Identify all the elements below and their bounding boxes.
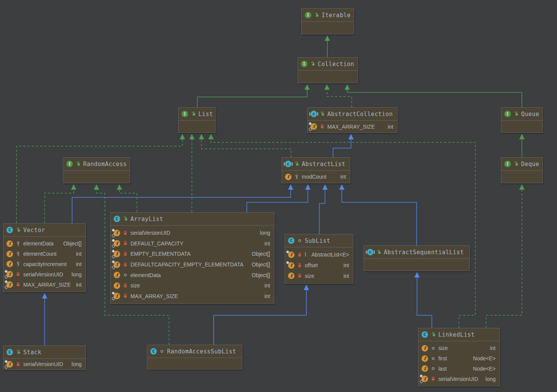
- node-title-bar[interactable]: IDeque: [501, 158, 543, 171]
- field-row-first[interactable]: ffirstNode<E>: [419, 355, 499, 362]
- field-icon: f: [288, 273, 295, 279]
- field-row-size[interactable]: fsizeint: [111, 282, 274, 289]
- field-icon: f: [6, 240, 13, 247]
- field-name: size: [438, 345, 448, 351]
- class-name: SubList: [305, 237, 330, 244]
- class-node-collection[interactable]: ICollection: [298, 57, 358, 83]
- private-lock-icon: [123, 252, 128, 256]
- node-title-bar[interactable]: CVector: [3, 224, 85, 237]
- node-title-bar[interactable]: cAbstractSequentialList: [364, 246, 470, 259]
- node-title-bar[interactable]: cAbstractCollection: [307, 108, 397, 121]
- abstract-class-icon: c: [285, 161, 291, 167]
- class-node-abstractsequentiallist[interactable]: cAbstractSequentialList: [364, 245, 470, 271]
- field-row-DEFAULT_CAPACITY[interactable]: fDEFAULT_CAPACITYint: [111, 240, 274, 247]
- edge-abstractcollection-to-collection: [327, 85, 352, 107]
- final-field-icon: f: [288, 252, 295, 258]
- node-title-bar[interactable]: IRandomAccess: [63, 158, 130, 171]
- field-name: DEFAULTCAPACITY_EMPTY_ELEMENTDATA: [130, 261, 243, 268]
- field-icon: f: [422, 345, 428, 352]
- node-fields-section: [501, 171, 543, 183]
- field-type: int: [317, 273, 349, 279]
- field-row-serialVersionUID[interactable]: fserialVersionUIDlong: [3, 271, 85, 277]
- class-node-abstractlist[interactable]: cAbstractListfmodCountint: [282, 157, 350, 183]
- field-row-MAX_ARRAY_SIZE[interactable]: fMAX_ARRAY_SIZEint: [111, 293, 274, 299]
- node-title-bar[interactable]: CRandomAccessSubList: [147, 345, 242, 358]
- field-row-serialVersionUID[interactable]: fserialVersionUIDlong: [419, 376, 499, 382]
- field-row-offset[interactable]: foffsetint: [285, 262, 353, 269]
- field-name: size: [305, 273, 314, 279]
- private-lock-icon: [297, 252, 302, 257]
- edge-linkedlist-to-abstractsequentiallist: [417, 273, 432, 328]
- field-row-EMPTY_ELEMENTDATA[interactable]: fEMPTY_ELEMENTDATAObject[]: [111, 251, 274, 257]
- class-node-queue[interactable]: IQueue: [501, 107, 543, 133]
- class-node-sublist[interactable]: CSubListflAbstractList<E>foffsetintfsize…: [285, 234, 353, 284]
- node-title-bar[interactable]: CStack: [3, 346, 85, 359]
- field-row-MAX_ARRAY_SIZE[interactable]: fMAX_ARRAY_SIZEint: [3, 281, 85, 288]
- field-name: elementData: [130, 272, 161, 278]
- interface-icon: I: [301, 61, 307, 67]
- field-row-MAX_ARRAY_SIZE[interactable]: fMAX_ARRAY_SIZEint: [307, 123, 397, 130]
- package-private-icon: [159, 349, 164, 354]
- interface-icon: I: [182, 111, 188, 117]
- field-row-serialVersionUID[interactable]: fserialVersionUIDlong: [111, 230, 274, 236]
- field-name: DEFAULT_CAPACITY: [130, 240, 184, 247]
- node-title-bar[interactable]: cAbstractList: [282, 158, 350, 171]
- class-node-vector[interactable]: CVectorfelementDataObject[]felementCount…: [3, 223, 86, 292]
- field-row-serialVersionUID[interactable]: fserialVersionUIDlong: [3, 361, 85, 368]
- static-final-field-icon: f: [114, 251, 120, 257]
- field-row-modCount[interactable]: fmodCountint: [282, 174, 350, 180]
- class-node-linkedlist[interactable]: CLinkedListfsizeintffirstNode<E>flastNod…: [418, 328, 500, 386]
- uml-diagram-canvas[interactable]: IIterableICollectionIListcAbstractCollec…: [0, 0, 557, 392]
- static-final-field-icon: f: [422, 376, 428, 382]
- node-title-bar[interactable]: IList: [179, 108, 215, 121]
- node-fields-section: fsizeintffirstNode<E>flastNode<E>fserial…: [419, 341, 499, 386]
- class-node-randomaccesssublist[interactable]: CRandomAccessSubList: [147, 345, 242, 369]
- field-row-last[interactable]: flastNode<E>: [419, 365, 499, 372]
- package-private-icon: [431, 356, 436, 361]
- field-name: MAX_ARRAY_SIZE: [327, 124, 375, 130]
- class-node-deque[interactable]: IDeque: [501, 157, 543, 183]
- interface-icon: I: [66, 161, 73, 167]
- node-title-bar[interactable]: IQueue: [501, 108, 543, 121]
- edge-abstractlist-to-list: [201, 134, 291, 157]
- field-row-size[interactable]: fsizeint: [285, 273, 353, 279]
- field-icon: f: [6, 251, 13, 257]
- node-title-bar[interactable]: CLinkedList: [419, 328, 499, 341]
- field-row-elementData[interactable]: felementDataObject[]: [111, 272, 274, 278]
- class-node-stack[interactable]: CStackfserialVersionUIDlong: [3, 345, 86, 370]
- class-node-arraylist[interactable]: CArrayListfserialVersionUIDlongfDEFAULT_…: [110, 212, 274, 304]
- class-node-iterable[interactable]: IIterable: [301, 8, 354, 34]
- field-type: AbstractList<E>: [309, 252, 349, 258]
- edge-sublist-to-abstractlist: [319, 185, 325, 234]
- abstract-class-icon: c: [311, 111, 317, 117]
- field-type: int: [377, 124, 393, 130]
- field-row-elementData[interactable]: felementDataObject[]: [3, 240, 85, 247]
- field-name: EMPTY_ELEMENTDATA: [130, 251, 190, 257]
- field-type: int: [180, 293, 270, 299]
- class-node-abstractcollection[interactable]: cAbstractCollectionfMAX_ARRAY_SIZEint: [307, 107, 398, 133]
- public-open-lock-icon: [16, 227, 21, 232]
- edge-list-to-collection: [197, 85, 307, 107]
- public-open-lock-icon: [314, 13, 319, 18]
- class-node-list[interactable]: IList: [178, 107, 216, 133]
- node-title-bar[interactable]: CArrayList: [111, 213, 274, 226]
- field-type: int: [59, 251, 82, 257]
- class-name: ArrayList: [130, 216, 163, 223]
- node-title-bar[interactable]: CSubList: [285, 234, 353, 247]
- field-row-DEFAULTCAPACITY_EMPTY_ELEMENTDATA[interactable]: fDEFAULTCAPACITY_EMPTY_ELEMENTDATAObject…: [111, 261, 274, 268]
- class-node-randomaccess[interactable]: IRandomAccess: [63, 157, 130, 183]
- field-row-l[interactable]: flAbstractList<E>: [285, 252, 353, 258]
- node-title-bar[interactable]: IIterable: [302, 9, 354, 22]
- protected-key-icon: [294, 174, 299, 179]
- public-open-lock-icon: [514, 111, 518, 116]
- field-type: int: [320, 262, 349, 268]
- node-title-bar[interactable]: ICollection: [298, 58, 357, 71]
- private-lock-icon: [16, 362, 21, 367]
- field-name: serialVersionUID: [23, 271, 63, 277]
- field-row-capacityIncrement[interactable]: fcapacityIncrementint: [3, 261, 85, 267]
- node-fields-section: [501, 121, 543, 132]
- field-row-size[interactable]: fsizeint: [419, 345, 499, 352]
- class-icon: C: [288, 237, 295, 244]
- field-icon: f: [422, 355, 428, 362]
- field-row-elementCount[interactable]: felementCountint: [3, 251, 85, 257]
